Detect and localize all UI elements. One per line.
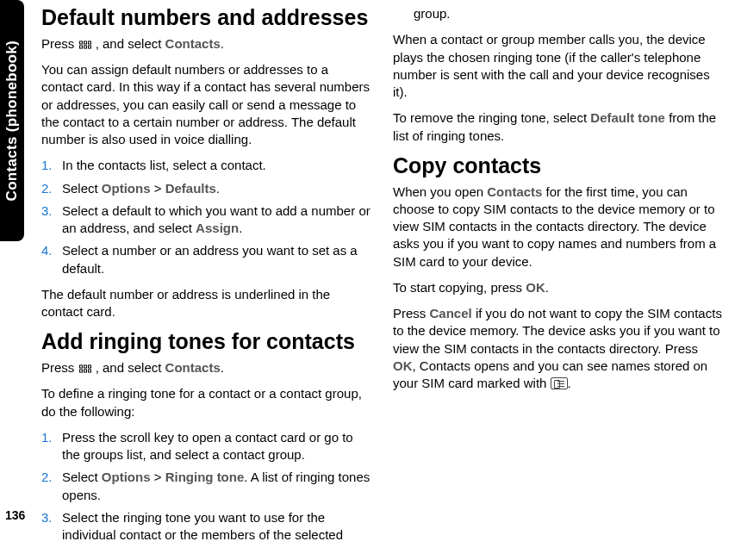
- step-number: 1.: [41, 157, 53, 174]
- para-remove-tone: To remove the ringing tone, select Defau…: [393, 109, 724, 145]
- options-label: Options: [102, 470, 151, 484]
- text: .: [221, 36, 224, 51]
- step-number: 2.: [41, 180, 53, 197]
- para-open-contacts: When you open Contacts for the first tim…: [393, 184, 724, 271]
- svg-rect-5: [88, 46, 90, 48]
- step-3: 3.Select a default to which you want to …: [41, 202, 372, 238]
- ok-label: OK: [526, 280, 545, 295]
- svg-rect-7: [84, 365, 86, 368]
- para-define-ringing: To define a ringing tone for a contact o…: [41, 385, 372, 420]
- page-content: Default numbers and addresses Press , an…: [41, 5, 724, 555]
- heading-default-numbers: Default numbers and addresses: [41, 5, 372, 30]
- svg-rect-1: [84, 41, 86, 44]
- sim-card-icon: [551, 377, 568, 389]
- step-number: 2.: [41, 469, 53, 486]
- contacts-label: Contacts: [165, 360, 221, 375]
- text: .: [545, 280, 549, 295]
- step-1: 1.Press the scroll key to open a contact…: [41, 429, 372, 464]
- text: To start copying, press: [393, 280, 526, 295]
- text: .: [221, 360, 224, 375]
- step-2: 2.Select Options > Ringing tone. A list …: [41, 469, 372, 504]
- press-line-2: Press , and select Contacts.: [41, 359, 372, 376]
- svg-rect-8: [88, 365, 90, 368]
- para-start-copying: To start copying, press OK.: [393, 279, 724, 296]
- home-key-icon: [78, 36, 92, 47]
- svg-rect-11: [88, 370, 90, 372]
- step-text: In the contacts list, select a contact.: [62, 158, 266, 172]
- svg-rect-4: [84, 46, 86, 48]
- assign-label: Assign: [196, 221, 239, 235]
- heading-copy-contacts: Copy contacts: [393, 153, 724, 178]
- section-side-tab: Contacts (phonebook): [0, 0, 24, 241]
- heading-ringing-tones: Add ringing tones for contacts: [41, 329, 372, 354]
- svg-rect-3: [79, 46, 82, 48]
- step-4: 4.Select a number or an address you want…: [41, 242, 372, 277]
- text: >: [151, 181, 165, 196]
- step-1: 1.In the contacts list, select a contact…: [41, 157, 372, 174]
- defaults-label: Defaults: [165, 181, 216, 196]
- text: To remove the ringing tone, select: [393, 110, 590, 125]
- para-cancel: Press Cancel if you do not want to copy …: [393, 305, 724, 392]
- step-number: 3.: [41, 202, 53, 220]
- text: Select: [62, 181, 102, 196]
- cancel-label: Cancel: [430, 306, 472, 320]
- svg-rect-6: [79, 365, 82, 368]
- text: >: [151, 470, 165, 484]
- step-number: 1.: [41, 429, 53, 446]
- step-2: 2.Select Options > Defaults.: [41, 180, 372, 197]
- page-number: 136: [5, 507, 25, 524]
- svg-rect-9: [79, 370, 82, 372]
- text: .: [239, 221, 242, 235]
- text: .: [568, 376, 571, 390]
- ok-label: OK: [393, 358, 413, 373]
- steps-default-numbers: 1.In the contacts list, select a contact…: [41, 157, 372, 277]
- text: Press: [393, 306, 430, 320]
- step-text: Press the scroll key to open a contact c…: [62, 430, 353, 462]
- default-tone-label: Default tone: [590, 110, 665, 125]
- contacts-label: Contacts: [165, 36, 221, 51]
- text: Press: [41, 360, 78, 375]
- para-when-calls: When a contact or group member calls you…: [393, 31, 724, 101]
- home-key-icon: [78, 360, 92, 370]
- options-label: Options: [102, 181, 151, 196]
- para-intro: You can assign default numbers or addres…: [41, 61, 372, 148]
- text: Press: [41, 36, 78, 51]
- svg-rect-2: [88, 41, 90, 44]
- contacts-label: Contacts: [487, 184, 542, 199]
- side-tab-label: Contacts (phonebook): [3, 40, 22, 201]
- text: , and select: [96, 36, 165, 51]
- ringing-tone-label: Ringing tone: [165, 470, 245, 484]
- text: .: [216, 181, 220, 196]
- svg-rect-10: [84, 370, 86, 372]
- svg-rect-0: [79, 41, 82, 44]
- text: , and select: [96, 360, 165, 375]
- press-line-1: Press , and select Contacts.: [41, 35, 372, 53]
- para-underlined: The default number or address is underli…: [41, 286, 372, 321]
- step-number: 4.: [41, 242, 53, 259]
- step-number: 3.: [41, 509, 53, 526]
- text: When you open: [393, 184, 487, 199]
- step-text: Select a number or an address you want t…: [62, 243, 358, 275]
- text: Select: [62, 470, 102, 484]
